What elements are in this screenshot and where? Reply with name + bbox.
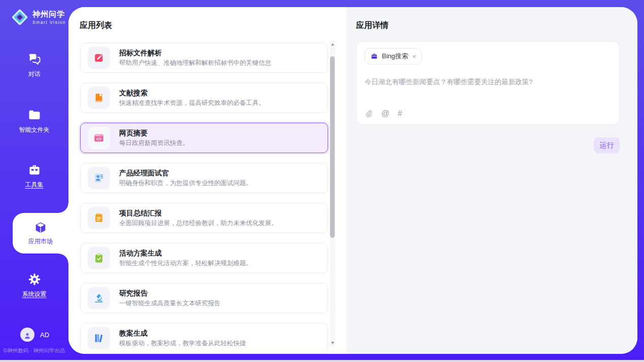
app-detail-panel: 应用详情 Bing搜索 × 今日湖北有哪些新闻要点？有哪些需要关注的最新政策? … bbox=[346, 7, 637, 354]
book-search-icon bbox=[88, 87, 110, 109]
attachment-icon[interactable] bbox=[365, 110, 373, 118]
sidebar-item-system-settings[interactable]: 系统设置 bbox=[0, 272, 68, 299]
microscope-icon bbox=[88, 287, 110, 309]
bottom-edge-strip bbox=[0, 360, 644, 362]
sidebar-item-label: 系统设置 bbox=[22, 290, 47, 299]
run-button[interactable]: 运行 bbox=[594, 137, 620, 153]
sidebar-item-label: 智能文件夹 bbox=[19, 126, 50, 134]
books-icon bbox=[88, 327, 110, 349]
composer-toolbar: @# bbox=[365, 109, 402, 118]
notepad-icon bbox=[88, 207, 110, 229]
app-window: 神州问学 Smart Vision 对话 智能文件夹 工具集 应用市场 系统设置… bbox=[0, 0, 644, 362]
app-card-title: 研究报告 bbox=[119, 288, 221, 298]
brand-logo-icon bbox=[10, 8, 29, 27]
tool-chip-label: Bing搜索 bbox=[382, 52, 408, 61]
app-card-title: 网页摘要 bbox=[119, 128, 189, 137]
sidebar-item-label: 对话 bbox=[28, 70, 41, 79]
app-card-description: 每日政府新闻资讯快查。 bbox=[119, 139, 189, 148]
app-card-description: 明确身份和职责，为您提供专业性的面试问题。 bbox=[119, 179, 253, 188]
cube-icon bbox=[33, 221, 48, 235]
app-card-title: 教案生成 bbox=[119, 329, 246, 338]
briefcase-icon bbox=[370, 52, 378, 60]
interviewer-icon bbox=[88, 167, 110, 189]
app-card-description: 模板驱动，教案秒成，教学准备从此轻松快捷 bbox=[119, 339, 246, 348]
triangle-down-icon bbox=[331, 342, 334, 344]
tool-chip[interactable]: Bing搜索 × bbox=[365, 48, 422, 64]
app-list-panel: 应用列表 招标文件解析 帮助用户快速、准确地理解和解析招标书中的关键信息 文献搜… bbox=[68, 7, 346, 354]
brand-name: 神州问学 bbox=[32, 10, 66, 19]
sidebar-item-label: 应用市场 bbox=[28, 237, 53, 246]
sidebar-item-app-market[interactable]: 应用市场 bbox=[13, 213, 68, 254]
folder-icon bbox=[27, 108, 42, 122]
scroll-down-button[interactable] bbox=[330, 339, 335, 346]
composer-card[interactable]: Bing搜索 × 今日湖北有哪些新闻要点？有哪些需要关注的最新政策? @# bbox=[356, 41, 620, 125]
app-card-description: 帮助用户快速、准确地理解和解析招标书中的关键信息 bbox=[119, 59, 271, 67]
app-detail-title: 应用详情 bbox=[356, 20, 388, 31]
mention-icon[interactable]: @ bbox=[381, 109, 389, 118]
app-card-description: 智能生成个性化活动方案，轻松解决规划难题。 bbox=[119, 259, 253, 268]
chip-close-icon[interactable]: × bbox=[412, 53, 416, 60]
gear-icon bbox=[27, 272, 42, 286]
web-summary-icon bbox=[88, 127, 110, 149]
app-card-title: 项目总结汇报 bbox=[119, 208, 278, 218]
sidebar-item-smart-folders[interactable]: 智能文件夹 bbox=[0, 108, 68, 134]
app-card[interactable]: 项目总结汇报 全面回顾项目进展，总结经验教训，助力未来优化发展。 bbox=[80, 203, 328, 233]
sidebar-item-label: 工具集 bbox=[25, 180, 44, 189]
app-card[interactable]: 教案生成 模板驱动，教案秒成，教学准备从此轻松快捷 bbox=[80, 323, 328, 353]
app-card[interactable]: 研究报告 一键智能生成高质量长文本研究报告 bbox=[80, 283, 328, 313]
scrollbar-thumb[interactable] bbox=[330, 56, 335, 238]
hash-icon[interactable]: # bbox=[398, 109, 402, 118]
bid-document-icon bbox=[88, 47, 110, 69]
sidebar-item-toolset[interactable]: 工具集 bbox=[0, 163, 68, 189]
query-text[interactable]: 今日湖北有哪些新闻要点？有哪些需要关注的最新政策? bbox=[365, 77, 611, 87]
app-card-description: 全面回顾项目进展，总结经验教训，助力未来优化发展。 bbox=[119, 219, 278, 228]
triangle-up-icon bbox=[331, 43, 334, 46]
scrollbar[interactable] bbox=[330, 41, 335, 346]
app-card-description: 快速精准查找学术资源，提高研究效率的必备工具。 bbox=[119, 99, 265, 107]
main-content: 应用列表 招标文件解析 帮助用户快速、准确地理解和解析招标书中的关键信息 文献搜… bbox=[68, 7, 637, 354]
app-card-list: 招标文件解析 帮助用户快速、准确地理解和解析招标书中的关键信息 文献搜索 快速精… bbox=[80, 43, 328, 354]
brand-subtitle: Smart Vision bbox=[32, 20, 66, 25]
app-card-title: 招标文件解析 bbox=[119, 48, 271, 57]
app-card-title: 活动方案生成 bbox=[119, 248, 253, 258]
scroll-up-button[interactable] bbox=[330, 41, 335, 48]
user-account[interactable]: AD bbox=[0, 328, 68, 342]
sidebar: 神州问学 Smart Vision 对话 智能文件夹 工具集 应用市场 系统设置… bbox=[0, 0, 68, 362]
sidebar-item-chat[interactable]: 对话 bbox=[0, 52, 68, 79]
avatar bbox=[20, 328, 34, 342]
app-card[interactable]: 产品经理面试官 明确身份和职责，为您提供专业性的面试问题。 bbox=[80, 163, 328, 193]
app-card[interactable]: 文献搜索 快速精准查找学术资源，提高研究效率的必备工具。 bbox=[80, 83, 328, 113]
toolbox-icon bbox=[27, 163, 42, 177]
copyright-footer: ©神州数码 · 神州问学出品 bbox=[0, 347, 68, 354]
app-card-title: 产品经理面试官 bbox=[119, 168, 253, 177]
brand-logo: 神州问学 Smart Vision bbox=[10, 8, 66, 27]
app-list-title: 应用列表 bbox=[80, 20, 112, 31]
chat-icon bbox=[27, 52, 42, 66]
app-card[interactable]: 网页摘要 每日政府新闻资讯快查。 bbox=[80, 123, 328, 153]
clipboard-check-icon bbox=[88, 247, 110, 269]
app-card-description: 一键智能生成高质量长文本研究报告 bbox=[119, 299, 221, 308]
app-card[interactable]: 招标文件解析 帮助用户快速、准确地理解和解析招标书中的关键信息 bbox=[80, 43, 328, 73]
app-card[interactable]: 活动方案生成 智能生成个性化活动方案，轻松解决规划难题。 bbox=[80, 243, 328, 273]
user-label: AD bbox=[40, 331, 49, 339]
app-card-title: 文献搜索 bbox=[119, 88, 265, 97]
